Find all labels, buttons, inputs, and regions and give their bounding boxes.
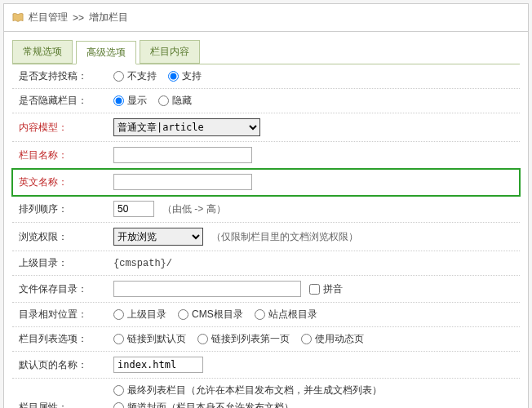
input-default-page[interactable] <box>113 357 203 373</box>
tab-general[interactable]: 常规选项 <box>12 40 73 64</box>
hint-browse-perm: （仅限制栏目里的文档浏览权限） <box>211 230 358 244</box>
book-icon <box>12 13 24 23</box>
radio-hide-hide[interactable]: 隐藏 <box>158 94 192 108</box>
label-content-model: 内容模型： <box>16 121 113 135</box>
chevron-right-icon: >> <box>73 12 84 24</box>
radio-rel-c[interactable]: 站点根目录 <box>255 308 317 322</box>
breadcrumb: 栏目管理 >> 增加栏目 <box>4 4 528 32</box>
radio-rel-a[interactable]: 上级目录 <box>113 308 166 322</box>
label-sort-order: 排列顺序： <box>16 202 113 216</box>
label-browse-perm: 浏览权限： <box>16 230 113 244</box>
value-parent-dir: {cmspath}/ <box>113 258 172 269</box>
tab-advanced[interactable]: 高级选项 <box>76 41 136 64</box>
radio-support-no[interactable]: 不支持 <box>113 69 157 83</box>
radio-attr-a[interactable]: 最终列表栏目（允许在本栏目发布文档，并生成文档列表） <box>113 384 382 397</box>
label-column-attr: 栏目属性： <box>16 401 113 408</box>
select-browse-perm[interactable]: 开放浏览 <box>113 228 203 246</box>
radio-attr-b[interactable]: 频道封面（栏目本身不允许发布文档） <box>113 401 382 408</box>
label-hide-column: 是否隐藏栏目： <box>16 94 113 108</box>
tab-bar: 常规选项 高级选项 栏目内容 <box>12 40 520 64</box>
label-parent-dir: 上级目录： <box>16 256 113 270</box>
input-column-name[interactable] <box>113 147 252 163</box>
label-column-name: 栏目名称： <box>16 149 113 162</box>
radio-list-c[interactable]: 使用动态页 <box>301 332 364 346</box>
label-support-submit: 是否支持投稿： <box>16 69 113 83</box>
tab-content[interactable]: 栏目内容 <box>140 40 200 64</box>
radio-hide-show[interactable]: 显示 <box>113 94 147 108</box>
input-file-dir[interactable] <box>113 281 301 297</box>
label-english-name: 英文名称： <box>16 175 113 189</box>
form-advanced: 是否支持投稿： 不支持 支持 是否隐藏栏目： 显示 隐藏 内容模型： 普 <box>12 64 520 408</box>
label-file-dir: 文件保存目录： <box>16 282 113 296</box>
radio-list-b[interactable]: 链接到列表第一页 <box>197 332 290 346</box>
checkbox-pinyin[interactable]: 拼音 <box>309 282 343 296</box>
radio-rel-b[interactable]: CMS根目录 <box>178 308 243 322</box>
input-english-name[interactable] <box>113 174 252 190</box>
label-list-option: 栏目列表选项： <box>16 332 113 346</box>
radio-support-yes[interactable]: 支持 <box>168 69 202 83</box>
breadcrumb-current: 增加栏目 <box>89 11 128 24</box>
breadcrumb-root[interactable]: 栏目管理 <box>29 11 68 24</box>
select-content-model[interactable]: 普通文章|article <box>113 118 260 136</box>
label-default-page: 默认页的名称： <box>16 358 113 372</box>
hint-sort-order: （由低 -> 高） <box>162 202 226 216</box>
input-sort-order[interactable] <box>113 201 154 217</box>
radio-list-a[interactable]: 链接到默认页 <box>113 332 186 346</box>
label-dir-relative: 目录相对位置： <box>16 308 113 322</box>
